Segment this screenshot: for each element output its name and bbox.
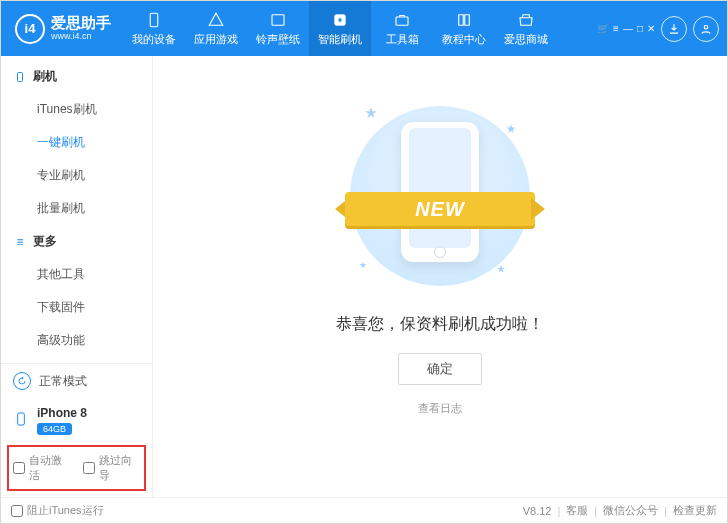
top-nav: 我的设备 应用游戏 铃声壁纸 智能刷机 工具箱 教程中心	[123, 1, 557, 56]
phone-icon	[13, 71, 27, 83]
app-window: i4 爱思助手 www.i4.cn 我的设备 应用游戏 铃声壁纸 智能刷机	[0, 0, 728, 524]
nav-store[interactable]: 爱思商城	[495, 1, 557, 56]
svg-rect-0	[150, 13, 158, 27]
svg-rect-3	[396, 17, 408, 25]
mode-row[interactable]: 正常模式	[1, 364, 152, 398]
footer-link-update[interactable]: 检查更新	[673, 503, 717, 518]
device-name: iPhone 8	[37, 406, 87, 420]
maximize-icon[interactable]: □	[637, 23, 643, 34]
sidebar-group-more[interactable]: ≡ 更多	[1, 225, 152, 258]
menu-icon: ≡	[13, 235, 27, 249]
main-content: NEW 恭喜您，保资料刷机成功啦！ 确定 查看日志	[153, 56, 727, 497]
sidebar-group-flash[interactable]: 刷机	[1, 60, 152, 93]
sidebar-item-itunes-flash[interactable]: iTunes刷机	[1, 93, 152, 126]
logo-icon: i4	[15, 14, 45, 44]
nav-toolbox[interactable]: 工具箱	[371, 1, 433, 56]
sidebar-item-batch-flash[interactable]: 批量刷机	[1, 192, 152, 225]
svg-rect-6	[18, 413, 25, 425]
brand-url: www.i4.cn	[51, 32, 111, 42]
sidebar-tree: 刷机 iTunes刷机 一键刷机 专业刷机 批量刷机 ≡ 更多 其他工具 下载固…	[1, 56, 152, 363]
success-message: 恭喜您，保资料刷机成功啦！	[336, 314, 544, 335]
storage-badge: 64GB	[37, 423, 72, 435]
header: i4 爱思助手 www.i4.cn 我的设备 应用游戏 铃声壁纸 智能刷机	[1, 1, 727, 56]
minimize-icon[interactable]: —	[623, 23, 633, 34]
sidebar-item-advanced[interactable]: 高级功能	[1, 324, 152, 357]
sidebar-item-pro-flash[interactable]: 专业刷机	[1, 159, 152, 192]
version-label: V8.12	[523, 505, 552, 517]
apps-icon	[207, 11, 225, 29]
book-icon	[455, 11, 473, 29]
user-button[interactable]	[693, 16, 719, 42]
download-button[interactable]	[661, 16, 687, 42]
nav-apps[interactable]: 应用游戏	[185, 1, 247, 56]
close-icon[interactable]: ✕	[647, 23, 655, 34]
sidebar-item-onekey-flash[interactable]: 一键刷机	[1, 126, 152, 159]
logo[interactable]: i4 爱思助手 www.i4.cn	[9, 14, 111, 44]
phone-icon	[145, 11, 163, 29]
skip-wizard-checkbox[interactable]: 跳过向导	[83, 453, 141, 483]
view-log-link[interactable]: 查看日志	[418, 401, 462, 416]
window-controls: 🛒 ≡ — □ ✕	[597, 16, 719, 42]
toolbox-icon	[393, 11, 411, 29]
bottom-options: 自动激活 跳过向导	[7, 445, 146, 491]
body: 刷机 iTunes刷机 一键刷机 专业刷机 批量刷机 ≡ 更多 其他工具 下载固…	[1, 56, 727, 497]
sidebar: 刷机 iTunes刷机 一键刷机 专业刷机 批量刷机 ≡ 更多 其他工具 下载固…	[1, 56, 153, 497]
nav-tutorials[interactable]: 教程中心	[433, 1, 495, 56]
titlebar-buttons: 🛒 ≡ — □ ✕	[597, 23, 655, 34]
footer-link-wechat[interactable]: 微信公众号	[603, 503, 658, 518]
svg-rect-1	[272, 14, 284, 25]
wallpaper-icon	[269, 11, 287, 29]
status-bar: 阻止iTunes运行 V8.12 | 客服 | 微信公众号 | 检查更新	[1, 497, 727, 523]
cart-icon[interactable]: 🛒	[597, 23, 609, 34]
brand-name: 爱思助手	[51, 15, 111, 32]
flash-icon	[331, 11, 349, 29]
logo-text: 爱思助手 www.i4.cn	[51, 15, 111, 41]
phone-icon	[13, 411, 29, 430]
nav-flash[interactable]: 智能刷机	[309, 1, 371, 56]
sidebar-bottom: 正常模式 iPhone 8 64GB 自动激活 跳过向导	[1, 363, 152, 497]
nav-my-device[interactable]: 我的设备	[123, 1, 185, 56]
ok-button[interactable]: 确定	[398, 353, 482, 385]
sidebar-item-other-tools[interactable]: 其他工具	[1, 258, 152, 291]
svg-rect-5	[18, 72, 23, 81]
block-itunes-checkbox[interactable]: 阻止iTunes运行	[11, 503, 104, 518]
store-icon	[517, 11, 535, 29]
auto-activate-checkbox[interactable]: 自动激活	[13, 453, 71, 483]
success-illustration: NEW	[340, 96, 540, 296]
svg-point-4	[704, 25, 708, 29]
menu-icon[interactable]: ≡	[613, 23, 619, 34]
nav-ringtones[interactable]: 铃声壁纸	[247, 1, 309, 56]
new-ribbon: NEW	[345, 182, 535, 234]
device-row[interactable]: iPhone 8 64GB	[1, 398, 152, 443]
footer-link-support[interactable]: 客服	[566, 503, 588, 518]
sidebar-item-download-firmware[interactable]: 下载固件	[1, 291, 152, 324]
refresh-icon	[13, 372, 31, 390]
